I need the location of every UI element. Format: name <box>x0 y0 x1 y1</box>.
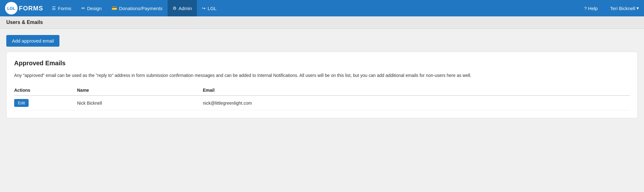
table-cell-name: Nick Bicknell <box>77 96 203 110</box>
nav-items: ☰ Forms ✏ Design 💳 Donations/Payments ⚙ … <box>47 0 584 16</box>
nav-right: ? Help 👤 Teri Bicknell ▾ <box>584 5 639 11</box>
forms-icon: ☰ <box>52 6 56 11</box>
table-cell-actions: Edit <box>14 96 77 110</box>
design-icon: ✏ <box>81 6 85 11</box>
help-icon: ? <box>584 6 587 11</box>
nav-item-donations[interactable]: 💳 Donations/Payments <box>107 0 167 16</box>
nav-item-admin[interactable]: ⚙ Admin <box>168 0 197 16</box>
card-title: Approved Emails <box>14 60 630 67</box>
table-header-row: Actions Name Email <box>14 85 630 96</box>
col-header-email: Email <box>203 85 630 96</box>
approved-emails-table: Actions Name Email EditNick Bicknellnick… <box>14 85 630 110</box>
admin-icon: ⚙ <box>173 6 177 11</box>
table-row: EditNick Bicknellnick@littlegreenlight.c… <box>14 96 630 110</box>
approved-emails-card: Approved Emails Any "approved" email can… <box>6 52 638 118</box>
brand[interactable]: LGL FORMS <box>5 2 43 15</box>
nav-item-design[interactable]: ✏ Design <box>76 0 107 16</box>
page-header: Users & Emails <box>0 16 644 29</box>
chevron-down-icon: ▾ <box>636 5 639 11</box>
table-body: EditNick Bicknellnick@littlegreenlight.c… <box>14 96 630 110</box>
col-header-actions: Actions <box>14 85 77 96</box>
content: Add approved email Approved Emails Any "… <box>0 29 644 125</box>
add-approved-email-button[interactable]: Add approved email <box>6 35 59 47</box>
navbar: LGL FORMS ☰ Forms ✏ Design 💳 Donations/P… <box>0 0 644 16</box>
logo-forms-text: FORMS <box>19 5 43 12</box>
logo-icon: LGL <box>5 2 18 15</box>
help-button[interactable]: ? Help <box>584 6 598 11</box>
donations-icon: 💳 <box>112 6 117 11</box>
card-description: Any "approved" email can be used as the … <box>14 72 630 79</box>
table-head: Actions Name Email <box>14 85 630 96</box>
col-header-name: Name <box>77 85 203 96</box>
lgl-icon: ↪ <box>202 6 206 11</box>
table-cell-email: nick@littlegreenlight.com <box>203 96 630 110</box>
user-menu[interactable]: 👤 Teri Bicknell ▾ <box>603 5 639 11</box>
edit-button[interactable]: Edit <box>14 99 29 107</box>
page-title: Users & Emails <box>6 20 638 25</box>
nav-item-lgl[interactable]: ↪ LGL <box>197 0 221 16</box>
nav-item-forms[interactable]: ☰ Forms <box>47 0 76 16</box>
user-icon: 👤 <box>603 5 609 11</box>
